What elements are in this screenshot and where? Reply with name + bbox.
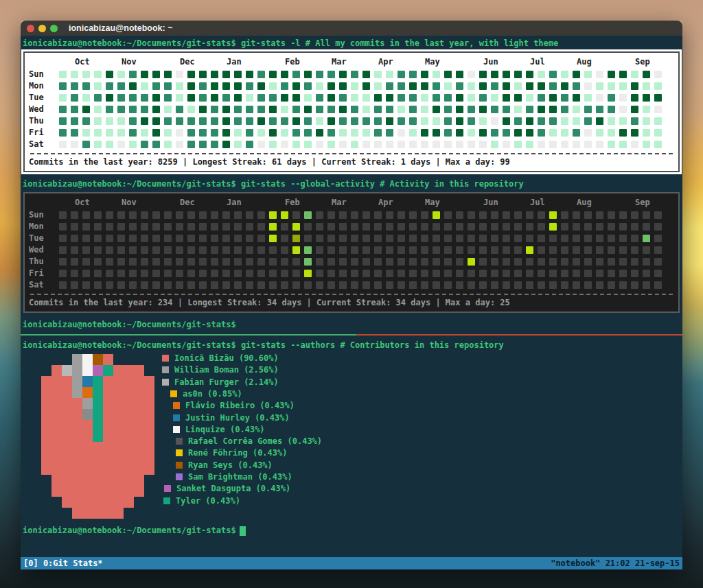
terminal-cursor[interactable] xyxy=(240,526,246,536)
commit-cell xyxy=(386,258,393,266)
calendar-stats-line: Commits in the last year: 8259 | Longest… xyxy=(29,156,674,168)
commit-cell xyxy=(444,141,452,148)
commit-cell xyxy=(246,281,253,289)
commit-cell xyxy=(374,129,382,137)
commit-cell xyxy=(643,258,650,266)
month-label: Dec xyxy=(180,197,195,209)
commit-cell xyxy=(257,246,265,254)
commit-cell xyxy=(82,71,90,78)
commit-cell xyxy=(573,281,580,289)
commit-cell xyxy=(106,82,113,90)
commit-cell xyxy=(561,71,568,78)
commit-cell xyxy=(468,235,475,242)
commit-cell xyxy=(339,223,347,231)
commit-cell xyxy=(222,223,230,231)
commit-cell xyxy=(397,94,405,102)
commit-cell xyxy=(643,270,650,277)
commit-cell xyxy=(281,270,288,277)
commit-cell xyxy=(561,211,568,219)
commit-cell xyxy=(608,223,615,231)
commit-cell xyxy=(222,211,230,219)
author-legend-item: William Boman (2.56%) xyxy=(162,364,279,376)
commit-cell xyxy=(374,106,382,113)
maximize-button-icon[interactable] xyxy=(50,25,58,32)
commit-cell xyxy=(421,270,428,277)
commit-cell xyxy=(619,235,627,242)
commit-cell xyxy=(397,270,405,277)
commit-cell xyxy=(596,258,603,266)
commit-cell xyxy=(304,117,312,125)
commit-cell xyxy=(339,281,347,289)
commit-cell xyxy=(199,117,207,125)
commit-cell xyxy=(129,117,137,125)
tmux-status-bar: [0] 0:Git Stats* "notebook" 21:02 21-sep… xyxy=(21,557,682,569)
commit-cell xyxy=(596,235,603,242)
commit-cell xyxy=(362,281,370,289)
commit-cell xyxy=(514,281,522,289)
commit-cell xyxy=(129,129,137,137)
commit-cell xyxy=(514,129,522,137)
commit-cell xyxy=(281,211,288,219)
author-color-swatch xyxy=(163,497,170,504)
commit-cell xyxy=(362,117,370,125)
commit-cell xyxy=(82,270,90,277)
commit-cell xyxy=(584,211,592,219)
commit-cell xyxy=(176,246,183,254)
commit-calendar-dark: OctNovDecJanFebMarAprMayJunJulAugSep Sun… xyxy=(23,192,680,313)
commit-cell xyxy=(573,258,580,266)
commit-cell xyxy=(608,129,615,137)
commit-cell xyxy=(292,106,300,113)
commit-cell xyxy=(351,82,358,90)
tmux-session-window[interactable]: [0] 0:Git Stats* xyxy=(23,557,103,569)
commit-cell xyxy=(117,211,125,219)
commit-cell xyxy=(339,270,347,277)
commit-cell xyxy=(211,94,218,102)
commit-cell xyxy=(421,117,428,125)
commit-cell xyxy=(199,106,207,113)
commit-cell xyxy=(479,71,487,78)
commit-cell xyxy=(316,258,323,266)
commit-cell xyxy=(71,82,78,90)
commit-cell xyxy=(304,223,312,231)
author-legend-item: Fabian Furger (2.14%) xyxy=(162,377,279,388)
commit-cell xyxy=(479,258,487,266)
commit-cell xyxy=(292,211,300,219)
commit-cell xyxy=(631,223,638,231)
commit-cell xyxy=(491,141,498,148)
minimize-button-icon[interactable] xyxy=(38,25,46,32)
commit-cell xyxy=(211,235,218,242)
commit-cell xyxy=(292,235,300,242)
commit-cell xyxy=(94,258,102,266)
commit-cell xyxy=(269,141,277,148)
commit-cell xyxy=(292,94,300,102)
commit-cell xyxy=(327,82,335,90)
commit-cell xyxy=(304,270,312,277)
commit-cell xyxy=(176,211,183,219)
commit-cell xyxy=(538,258,545,266)
commit-cell xyxy=(409,281,417,289)
commit-cell xyxy=(491,223,498,231)
commit-cell xyxy=(468,82,475,90)
commit-cell xyxy=(304,106,312,113)
commit-cell xyxy=(584,82,592,90)
commit-cell xyxy=(503,141,510,148)
author-name: Justin Hurley (0.43%) xyxy=(185,413,290,423)
commit-cell xyxy=(386,246,393,254)
commit-cell xyxy=(643,141,650,148)
commit-cell xyxy=(491,106,498,113)
commit-cell xyxy=(433,211,440,219)
commit-cell xyxy=(619,223,627,231)
commit-cell xyxy=(222,94,230,102)
commit-cell xyxy=(444,82,452,90)
commit-cell xyxy=(421,71,428,78)
commit-cell xyxy=(573,141,580,148)
commit-cell xyxy=(608,94,615,102)
commit-cell xyxy=(246,129,253,137)
commit-cell xyxy=(549,246,557,254)
close-button-icon[interactable] xyxy=(27,25,34,32)
commit-cell xyxy=(362,235,370,242)
commit-cell xyxy=(561,129,568,137)
commit-cell xyxy=(222,106,230,113)
commit-cell xyxy=(327,223,335,231)
commit-cell xyxy=(152,129,160,137)
